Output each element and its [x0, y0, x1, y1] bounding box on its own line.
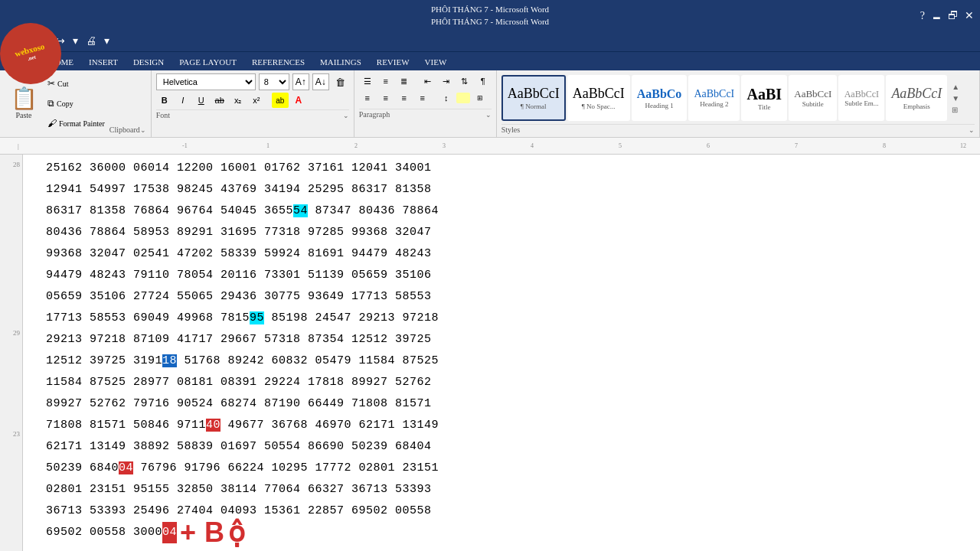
maximize-icon[interactable]: 🗗	[948, 9, 959, 21]
ruler-mark-7: 7	[795, 142, 798, 149]
print-dropdown[interactable]: ▾	[102, 33, 112, 49]
undo-dropdown[interactable]: ▾	[41, 33, 51, 49]
doc-line-4: 99368 32047 02541 47202 58339 59924 8169…	[46, 243, 957, 265]
styles-group: AaBbCcI ¶ Normal AaBbCcI ¶ No Spac... Aa…	[497, 70, 980, 137]
multilevel-button[interactable]: ≣	[396, 73, 413, 89]
margin-num-blank10	[0, 341, 22, 358]
style-subtitle[interactable]: AaBbCcI Subtitle	[789, 75, 837, 121]
tab-view[interactable]: VIEW	[417, 54, 455, 70]
doc-line-7: 17713 58553 69049 49968 781595 85198 245…	[46, 308, 957, 329]
style-emphasis-sample: AaBbCcI	[891, 86, 942, 103]
redo-button[interactable]: ↪	[54, 33, 67, 49]
doc-line-15: 02801 23151 95155 32850 38114 77064 6632…	[46, 479, 957, 500]
redo-dropdown[interactable]: ▾	[70, 33, 80, 49]
style-emphasis[interactable]: AaBbCcI Emphasis	[886, 75, 947, 121]
tab-home[interactable]: HOME	[41, 54, 81, 70]
clear-formatting-button[interactable]: 🗑	[332, 74, 349, 90]
margin-num-blank2	[0, 190, 22, 207]
help-icon[interactable]: ?	[920, 9, 925, 21]
font-size-select[interactable]: 8	[259, 73, 289, 90]
paragraph-group: ☰ ≡ ≣ ⇤ ⇥ ⇅ ¶ ≡ ≡ ≡ ≡ ↕ ⊞ Paragraph ⌄	[354, 70, 497, 137]
clipboard-expand-icon[interactable]: ⌄	[140, 126, 146, 134]
align-center[interactable]: ≡	[377, 90, 394, 106]
superscript-button[interactable]: x²	[248, 93, 265, 108]
ruler-mark-3: 3	[443, 142, 446, 149]
font-color-button[interactable]: A	[290, 93, 307, 108]
styles-scroll-down[interactable]: ▼	[950, 93, 961, 104]
style-title[interactable]: AaBI Title	[741, 75, 787, 121]
bold-button[interactable]: B	[156, 93, 173, 108]
border-button[interactable]: ⊞	[472, 90, 488, 106]
numbering-button[interactable]: ≡	[377, 73, 394, 89]
italic-button[interactable]: I	[175, 93, 191, 108]
tab-insert[interactable]: INSERT	[81, 54, 126, 70]
paragraph-expand-icon[interactable]: ⌄	[485, 111, 492, 119]
styles-scroll-up[interactable]: ▲	[950, 81, 961, 93]
doc-line-5: 94479 48243 79110 78054 20116 73301 5113…	[46, 265, 957, 286]
paste-icon: 📋	[11, 88, 38, 109]
shading-button[interactable]	[456, 93, 470, 103]
highlight-cyan-2: 95	[250, 311, 264, 324]
style-heading1-label: Heading 1	[645, 102, 673, 109]
ruler-mark-minus1: -1	[182, 142, 188, 149]
line-spacing[interactable]: ↕	[438, 90, 455, 106]
copy-button[interactable]: ⧉ Copy	[44, 97, 108, 110]
styles-expand-icon[interactable]: ⌄	[969, 126, 975, 134]
tab-file[interactable]: FILE	[6, 54, 41, 70]
subscript-button[interactable]: x₂	[230, 93, 247, 108]
minimize-icon[interactable]: 🗕	[931, 9, 942, 21]
title-bar-controls: ? 🗕 🗗 ✕	[920, 9, 974, 22]
doc-line-12: 71808 81571 50846 971140 49677 36768 469…	[46, 415, 957, 436]
strikethrough-button[interactable]: ab	[211, 93, 228, 108]
style-subtle-em-sample: AaBbCcI	[844, 89, 879, 99]
paste-button[interactable]: 📋 Paste	[5, 73, 43, 134]
title-line-1: PHÔI THÁNG 7 - Microsoft Word	[0, 3, 980, 15]
doc-line-3: 80436 78864 58953 89291 31695 77318 9728…	[46, 222, 957, 243]
left-margin: 28 29 23	[0, 155, 23, 551]
cut-button[interactable]: ✂ Cut	[44, 77, 108, 90]
ruler: | -1 1 2 3 4 5 6 7 8 12	[0, 138, 980, 155]
last-line-prefix: 69502 00558 3000	[46, 522, 162, 543]
font-family-select[interactable]: Helvetica	[156, 73, 256, 90]
underline-button[interactable]: U	[193, 93, 210, 108]
increase-indent[interactable]: ⇥	[438, 73, 455, 89]
tab-mailings[interactable]: MAILINGS	[312, 54, 369, 70]
doc-line-8: 29213 97218 87109 41717 29667 57318 8735…	[46, 329, 957, 350]
styles-scroll: ▲ ▼ ⊞	[949, 81, 962, 116]
tab-design[interactable]: DESIGN	[126, 54, 172, 70]
ribbon-tabs: FILE HOME INSERT DESIGN PAGE LAYOUT REFE…	[0, 52, 980, 70]
styles-more[interactable]: ⊞	[950, 104, 961, 116]
tab-page-layout[interactable]: PAGE LAYOUT	[172, 54, 244, 70]
font-size-increase[interactable]: A↑	[292, 73, 309, 90]
style-heading1-sample: AaBbCo	[637, 86, 682, 101]
style-heading1[interactable]: AaBbCo Heading 1	[632, 75, 688, 121]
show-formatting[interactable]: ¶	[475, 73, 492, 89]
close-icon[interactable]: ✕	[965, 9, 974, 22]
align-left[interactable]: ≡	[359, 90, 376, 106]
document-content[interactable]: 25162 36000 06014 12200 16001 01762 3716…	[23, 155, 980, 551]
align-right[interactable]: ≡	[396, 90, 413, 106]
justify[interactable]: ≡	[414, 90, 431, 106]
margin-num-23: 23	[0, 425, 22, 442]
text-highlight-button[interactable]: ab	[272, 93, 289, 108]
tab-review[interactable]: REVIEW	[369, 54, 417, 70]
print-button[interactable]: 🖨	[83, 34, 99, 49]
undo-button[interactable]: ↩	[24, 33, 38, 49]
decrease-indent[interactable]: ⇤	[420, 73, 436, 89]
style-subtle-em[interactable]: AaBbCcI Subtle Em...	[838, 75, 884, 121]
sort-button[interactable]: ⇅	[456, 73, 473, 89]
style-subtitle-sample: AaBbCcI	[794, 88, 831, 100]
bullets-button[interactable]: ☰	[359, 73, 376, 89]
style-heading2[interactable]: AaBbCcI Heading 2	[688, 75, 740, 121]
style-normal[interactable]: AaBbCcI ¶ Normal	[501, 75, 566, 121]
style-no-space[interactable]: AaBbCcI ¶ No Spac...	[567, 75, 630, 121]
big-text-o-red: ộ	[228, 522, 246, 543]
font-expand-icon[interactable]: ⌄	[343, 112, 349, 119]
margin-num-blank14	[0, 409, 22, 425]
doc-line-6: 05659 35106 27724 55065 29436 30775 9364…	[46, 286, 957, 308]
font-group: Helvetica 8 A↑ A↓ 🗑 B I U ab x₂ x² ab A …	[152, 70, 354, 137]
format-painter-button[interactable]: 🖌 Format Painter	[44, 117, 108, 130]
save-button[interactable]: 💾	[3, 33, 21, 49]
tab-references[interactable]: REFERENCES	[244, 54, 312, 70]
font-size-decrease[interactable]: A↓	[312, 73, 329, 90]
